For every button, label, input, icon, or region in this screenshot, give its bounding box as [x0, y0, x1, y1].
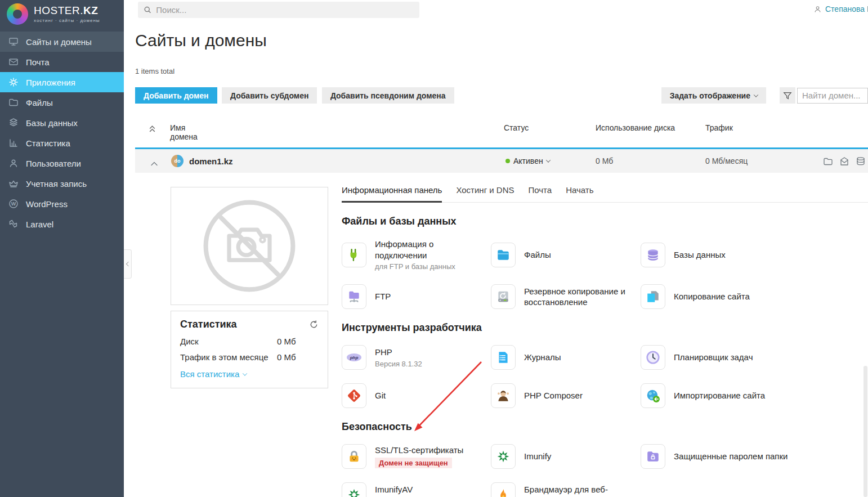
sidebar-item-statistics[interactable]: Статистика — [0, 133, 124, 153]
tile-site-import[interactable]: Импортирование сайта — [641, 383, 868, 408]
brand-logo[interactable]: HOSTER.KZ хостинг · сайты · домены — [0, 0, 124, 28]
search-input[interactable] — [156, 5, 414, 15]
sort-asc-icon: ↑ — [170, 123, 173, 131]
chevron-down-icon — [545, 158, 550, 162]
row-collapse-icon[interactable] — [151, 158, 158, 168]
column-traffic[interactable]: Трафик — [705, 123, 733, 132]
blue-folder-icon — [491, 243, 516, 267]
person-icon — [813, 5, 822, 14]
tile-label[interactable]: PHP — [375, 347, 422, 358]
layers-icon — [8, 118, 19, 128]
find-domain-input[interactable] — [797, 88, 868, 104]
tile-label[interactable]: Планировщик задач — [674, 352, 753, 363]
tile-label[interactable]: SSL/TLS-сертификаты — [375, 445, 463, 456]
files-quick-icon[interactable] — [823, 157, 833, 168]
sidebar-item-account[interactable]: Учетная запись — [0, 173, 124, 194]
globe-import-icon — [641, 383, 665, 408]
add-alias-button[interactable]: Добавить псевдоним домена — [322, 87, 454, 104]
domain-disk-value: 0 Мб — [596, 156, 613, 165]
tile-label[interactable]: Копирование сайта — [674, 291, 750, 302]
tile-backup-restore[interactable]: Резервное копирование и восстановление — [491, 284, 641, 309]
user-menu[interactable]: Степанова Ве — [813, 5, 868, 14]
tile-label[interactable]: Импортирование сайта — [674, 390, 765, 401]
imunifyav-icon — [342, 482, 366, 497]
toolbar: Добавить домен Добавить субдомен Добавит… — [135, 87, 868, 104]
git-icon — [342, 383, 366, 408]
domain-name[interactable]: domen1.kz — [189, 156, 233, 166]
sidebar-item-databases[interactable]: Базы данных — [0, 113, 124, 133]
crown-icon — [8, 178, 19, 189]
all-statistics-link[interactable]: Вся статистика — [180, 369, 247, 379]
add-subdomain-button[interactable]: Добавить субдомен — [222, 87, 317, 104]
tile-label[interactable]: Резервное копирование и восстановление — [524, 286, 632, 308]
column-disk-usage[interactable]: Использование диска — [596, 123, 675, 132]
tile-label[interactable]: ImunifyAV — [375, 484, 441, 495]
domain-row: do domen1.kz Активен 0 Мб 0 Мб/месяц — [135, 147, 868, 173]
tile-label[interactable]: Imunify — [524, 451, 551, 462]
tile-imunify[interactable]: Imunify — [491, 444, 641, 469]
topbar: Степанова Ве — [124, 0, 868, 20]
tile-label[interactable]: Файлы — [524, 249, 551, 261]
tile-php-composer[interactable]: PHP Composer — [491, 383, 641, 408]
tile-files[interactable]: Файлы — [491, 239, 641, 271]
ftp-folder-icon — [342, 284, 366, 309]
tile-git[interactable]: Git — [342, 383, 491, 408]
tile-label[interactable]: Журналы — [524, 352, 561, 363]
laravel-icon — [8, 219, 19, 229]
tile-web-firewall[interactable]: Брандмауэр для веб-приложений — [491, 482, 641, 497]
vertical-scrollbar[interactable] — [863, 366, 867, 497]
tile-ssl-certificates[interactable]: SSL/TLS-сертификатыДомен не защищен — [342, 444, 491, 469]
tile-protected-folders[interactable]: Защищенные паролем папки — [641, 444, 868, 469]
sidebar-item-applications[interactable]: Приложения — [0, 72, 124, 92]
tile-imunifyav[interactable]: ImunifyAVЕще не сканирован — [342, 482, 491, 497]
tile-logs[interactable]: Журналы — [491, 345, 641, 370]
sidebar-item-wordpress[interactable]: W WordPress — [0, 194, 124, 214]
tile-label[interactable]: Брандмауэр для веб-приложений — [524, 484, 632, 497]
tile-copy-site[interactable]: Копирование сайта — [641, 284, 868, 309]
filter-button[interactable] — [780, 87, 795, 104]
tab-mail[interactable]: Почта — [529, 185, 552, 202]
sidebar-item-files[interactable]: Файлы — [0, 92, 124, 113]
sidebar: HOSTER.KZ хостинг · сайты · домены Сайты… — [0, 0, 124, 497]
column-status[interactable]: Статус — [504, 123, 529, 132]
tile-label[interactable]: Git — [375, 390, 386, 401]
tile-php[interactable]: php PHPВерсия 8.1.32 — [342, 345, 491, 370]
tile-databases[interactable]: Базы данных — [641, 239, 868, 271]
stat-traffic-value: 0 Мб — [277, 352, 296, 362]
sidebar-item-mail[interactable]: Почта — [0, 52, 124, 72]
domain-status-dropdown[interactable]: Активен — [505, 156, 550, 165]
global-search[interactable] — [138, 2, 419, 18]
tab-get-started[interactable]: Начать — [566, 185, 593, 202]
statistics-card: Статистика Диск 0 Мб Трафик в этом месяц… — [171, 311, 328, 388]
tab-dashboard[interactable]: Информационная панель — [342, 185, 442, 202]
tile-label[interactable]: Защищенные паролем папки — [674, 451, 788, 462]
tab-hosting-dns[interactable]: Хостинг и DNS — [456, 185, 514, 202]
mail-quick-icon[interactable] — [839, 156, 849, 168]
tile-ftp[interactable]: FTP — [342, 284, 491, 309]
tile-label[interactable]: FTP — [375, 291, 391, 302]
refresh-icon[interactable] — [309, 320, 319, 329]
plug-icon — [342, 243, 366, 267]
tile-label[interactable]: Информация о подключении — [375, 239, 482, 261]
sidebar-collapse-handle[interactable] — [124, 249, 132, 279]
gear-icon — [8, 77, 19, 87]
brand-name: HOSTER.KZ — [34, 5, 98, 16]
ssl-warning-badge: Домен не защищен — [375, 458, 452, 468]
flame-icon — [491, 482, 516, 497]
sidebar-item-users[interactable]: Пользователи — [0, 153, 124, 173]
add-domain-button[interactable]: Добавить домен — [135, 87, 217, 104]
tile-connection-info[interactable]: Информация о подключениидля FTP и базы д… — [342, 239, 491, 271]
imunify-icon — [491, 444, 516, 469]
sidebar-item-label: Почта — [26, 57, 50, 67]
collapse-all-icon[interactable] — [149, 125, 156, 135]
set-view-button[interactable]: Задать отображение — [661, 87, 766, 104]
sidebar-nav: Сайты и домены Почта Приложения Файлы Ба… — [0, 32, 124, 234]
tile-label[interactable]: PHP Composer — [524, 390, 583, 401]
sidebar-item-laravel[interactable]: Laravel — [0, 214, 124, 234]
user-icon — [8, 158, 19, 168]
database-quick-icon[interactable] — [856, 156, 866, 168]
svg-text:W: W — [11, 201, 16, 207]
sidebar-item-websites[interactable]: Сайты и домены — [0, 32, 124, 52]
tile-label[interactable]: Базы данных — [674, 249, 726, 261]
tile-scheduler[interactable]: Планировщик задач — [641, 345, 868, 370]
